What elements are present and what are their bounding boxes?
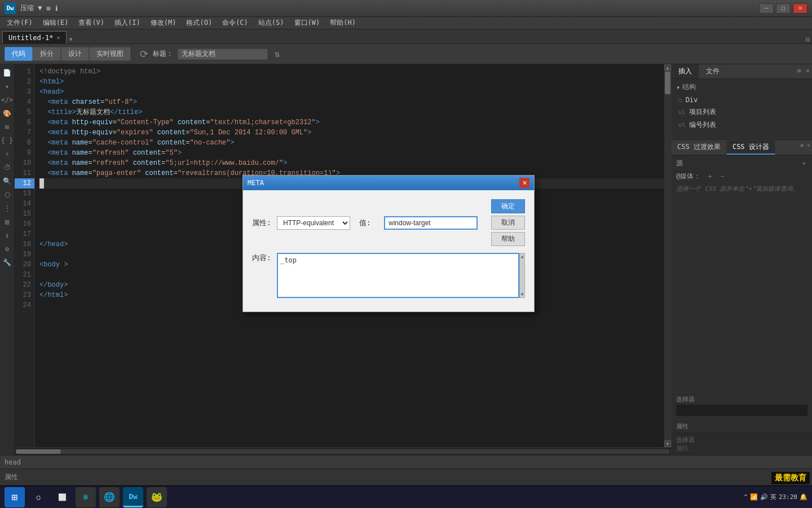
design-view-button[interactable]: 设计 [61, 47, 89, 61]
sidebar-more1-icon[interactable]: ⬡ [1, 189, 14, 201]
line-num-17: 17 [15, 229, 34, 239]
menu-edit[interactable]: 编辑(E) [38, 17, 73, 29]
code-line-9: <meta name="refresh" content="5"> [39, 148, 664, 158]
tab-css-designer[interactable]: CSS 设计器 [727, 141, 775, 155]
ul-label: 项目列表 [689, 107, 716, 117]
ul-tag-icon: ul [678, 108, 686, 116]
tab-insert[interactable]: 插入 [672, 64, 699, 78]
panel-collapse-icon[interactable]: « [804, 64, 812, 78]
sidebar-more2-icon[interactable]: ⋮ [1, 202, 14, 214]
tab-files[interactable]: 文件 [699, 64, 727, 78]
cancel-button[interactable]: 取消 [491, 216, 525, 230]
menu-insert[interactable]: 插入(I) [110, 17, 145, 29]
right-panel: 插入 文件 ≡ « ▾ 结构 ◻ Div ul 项目列表 ol 编号列表 [671, 64, 812, 455]
h-scroll-track[interactable] [16, 449, 670, 454]
css-panel-menu-icon[interactable]: ≡ [798, 141, 805, 155]
selector-label: 选择器 [676, 395, 807, 404]
structure-arrow-icon[interactable]: ▾ [676, 84, 680, 91]
code-line-3: <head> [39, 87, 664, 97]
maximize-button[interactable]: □ [776, 3, 791, 14]
menu-compress[interactable]: 压缩 ▼ [20, 3, 42, 13]
line-num-23: 23 [15, 290, 34, 300]
modal-property-row: 属性: HTTP-equivalent name http-equiv 值: 确… [252, 199, 525, 246]
code-view-button[interactable]: 代码 [5, 47, 33, 61]
panel-menu-icon[interactable]: ≡ [795, 64, 804, 78]
menu-site[interactable]: 站点(S) [254, 17, 289, 29]
css-panel: 源 ＋ @媒体： ＋ － 选择一个 CSS 源并单击"+"项加媒体查询。 [672, 155, 812, 392]
line-num-8: 8 [15, 138, 34, 148]
sidebar-assets-icon[interactable]: ✦ [1, 80, 14, 93]
tab-expand-icon[interactable]: ▾ [69, 34, 73, 43]
div-label: Div [686, 96, 698, 104]
item-div[interactable]: ◻ Div [676, 94, 807, 106]
confirm-button[interactable]: 确定 [491, 199, 525, 213]
title-icon[interactable]: ⇅ [275, 49, 280, 59]
close-button[interactable]: ✕ [793, 3, 807, 14]
menu-format[interactable]: 格式(O) [182, 17, 217, 29]
menu-view[interactable]: 查看(V) [74, 17, 109, 29]
help-button[interactable]: 帮助 [491, 232, 525, 246]
tab-css-transitions[interactable]: CSS 过渡效果 [672, 141, 727, 155]
code-line-10: <meta name="refresh" content="5;url=http… [39, 158, 664, 168]
scroll-track[interactable] [664, 71, 671, 440]
menu-icon1[interactable]: ⊞ [46, 5, 50, 12]
item-ul[interactable]: ul 项目列表 [676, 106, 807, 119]
line-num-13: 13 [15, 189, 34, 199]
line-num-6: 6 [15, 117, 34, 128]
split-view-button[interactable]: 拆分 [33, 47, 61, 61]
css-at-rule-minus-icon[interactable]: － [719, 172, 726, 181]
css-at-rule-add-icon[interactable]: ＋ [707, 172, 713, 181]
scroll-thumb[interactable] [665, 72, 670, 94]
code-line-2: <html> [39, 77, 664, 87]
line-num-16: 16 [15, 219, 34, 229]
sidebar-tag-icon[interactable]: </> [1, 94, 14, 106]
sidebar-find-icon[interactable]: 🔍 [1, 175, 14, 187]
minimize-button[interactable]: ─ [759, 3, 774, 14]
watermark: 最需教育 [771, 472, 810, 484]
sidebar-css-icon[interactable]: 🎨 [1, 107, 14, 120]
tab-close-icon[interactable]: ✕ [56, 34, 60, 41]
scroll-down-button[interactable]: ▼ [664, 440, 671, 447]
scroll-up-button[interactable]: ▲ [664, 64, 671, 71]
tab-untitled1[interactable]: Untitled-1* ✕ [2, 31, 67, 43]
sidebar-snippets-icon[interactable]: { } [1, 134, 14, 147]
value-input[interactable] [384, 216, 478, 230]
horizontal-scrollbar[interactable] [15, 447, 671, 455]
css-hint-text: 选择一个 CSS 源并单击"+"项加媒体查询。 [676, 185, 807, 194]
sidebar-dom-icon[interactable]: ⊞ [1, 121, 14, 133]
collapse-panel-icon[interactable]: ⊟ [806, 36, 810, 43]
modal-close-button[interactable]: ✕ [519, 178, 529, 188]
content-textarea[interactable]: _top [277, 253, 519, 298]
vertical-scrollbar[interactable]: ▲ ▼ [664, 64, 671, 447]
sidebar-more4-icon[interactable]: ↕ [1, 229, 14, 242]
h-scroll-thumb[interactable] [16, 449, 61, 454]
menu-modify[interactable]: 修改(M) [146, 17, 181, 29]
sidebar-more3-icon[interactable]: ▤ [1, 216, 14, 228]
tab-label: Untitled-1* [8, 34, 53, 42]
menu-file[interactable]: 文件(F) [2, 17, 37, 29]
title-label: 标题： [153, 49, 173, 59]
page-title-input[interactable] [178, 49, 268, 60]
scroll-up-arrow[interactable]: ▲ [521, 254, 524, 259]
css-panel-collapse-icon[interactable]: « [805, 141, 812, 155]
sidebar-files-icon[interactable]: 📄 [1, 67, 14, 79]
menu-window[interactable]: 窗口(W) [290, 17, 325, 29]
line-num-7: 7 [15, 128, 34, 138]
properties-bar: 属性 [0, 468, 812, 485]
sidebar-more6-icon[interactable]: 🔧 [1, 256, 14, 269]
property-field-label: 属性: [252, 218, 272, 228]
sidebar-behaviors-icon[interactable]: ⚡ [1, 148, 14, 160]
sidebar-history-icon[interactable]: ⏱ [1, 161, 14, 174]
css-add-icon[interactable]: ＋ [801, 159, 807, 168]
property-select[interactable]: HTTP-equivalent name http-equiv [277, 216, 350, 230]
line-num-3: 3 [15, 87, 34, 97]
content-scrollbar[interactable]: ▲ ▼ [519, 253, 525, 298]
menu-icon2[interactable]: ℹ [55, 5, 58, 12]
live-view-button[interactable]: 实时视图 [89, 47, 131, 61]
sidebar-more5-icon[interactable]: ⚙ [1, 243, 14, 255]
scroll-down-arrow[interactable]: ▼ [521, 292, 524, 297]
item-ol[interactable]: ol 编号列表 [676, 119, 807, 132]
refresh-icon[interactable]: ⟳ [140, 48, 148, 60]
menu-command[interactable]: 命令(C) [218, 17, 253, 29]
menu-help[interactable]: 帮助(H) [325, 17, 360, 29]
